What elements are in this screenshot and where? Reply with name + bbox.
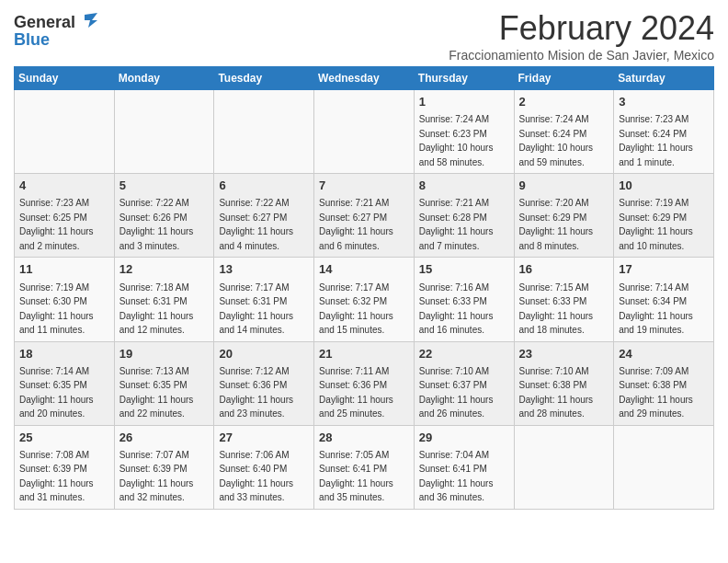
day-info: Sunrise: 7:07 AM Sunset: 6:39 PM Dayligh… <box>119 450 194 503</box>
calendar-week-row: 11Sunrise: 7:19 AM Sunset: 6:30 PM Dayli… <box>15 258 714 341</box>
day-number: 29 <box>419 430 509 446</box>
day-info: Sunrise: 7:05 AM Sunset: 6:41 PM Dayligh… <box>319 450 393 503</box>
day-number: 25 <box>19 430 109 446</box>
calendar-day-cell: 15Sunrise: 7:16 AM Sunset: 6:33 PM Dayli… <box>414 258 514 341</box>
header: General Blue February 2024 Fraccionamien… <box>14 9 714 63</box>
calendar-day-cell: 26Sunrise: 7:07 AM Sunset: 6:39 PM Dayli… <box>114 425 214 509</box>
calendar-day-cell: 10Sunrise: 7:19 AM Sunset: 6:29 PM Dayli… <box>614 174 714 258</box>
calendar-day-cell: 28Sunrise: 7:05 AM Sunset: 6:41 PM Dayli… <box>314 425 415 509</box>
weekday-header-cell: Friday <box>514 67 614 90</box>
calendar-week-row: 4Sunrise: 7:23 AM Sunset: 6:25 PM Daylig… <box>15 174 714 258</box>
day-info: Sunrise: 7:17 AM Sunset: 6:32 PM Dayligh… <box>319 282 393 336</box>
calendar-day-cell: 7Sunrise: 7:21 AM Sunset: 6:27 PM Daylig… <box>314 174 415 258</box>
calendar-day-cell: 5Sunrise: 7:22 AM Sunset: 6:26 PM Daylig… <box>114 174 214 258</box>
day-number: 13 <box>219 261 309 278</box>
day-number: 22 <box>419 346 509 362</box>
calendar-day-cell: 18Sunrise: 7:14 AM Sunset: 6:35 PM Dayli… <box>15 341 115 425</box>
day-number: 19 <box>119 346 210 362</box>
calendar-day-cell <box>15 90 115 174</box>
day-info: Sunrise: 7:15 AM Sunset: 6:33 PM Dayligh… <box>519 282 594 336</box>
day-number: 14 <box>319 261 409 278</box>
day-info: Sunrise: 7:17 AM Sunset: 6:31 PM Dayligh… <box>219 282 293 336</box>
svg-marker-0 <box>85 13 97 28</box>
day-number: 2 <box>519 94 609 110</box>
calendar-day-cell <box>114 90 214 174</box>
calendar-body: 1Sunrise: 7:24 AM Sunset: 6:23 PM Daylig… <box>15 90 714 510</box>
day-info: Sunrise: 7:10 AM Sunset: 6:37 PM Dayligh… <box>419 366 494 419</box>
calendar-day-cell: 16Sunrise: 7:15 AM Sunset: 6:33 PM Dayli… <box>514 258 614 341</box>
calendar-day-cell: 20Sunrise: 7:12 AM Sunset: 6:36 PM Dayli… <box>214 341 314 425</box>
weekday-header-cell: Tuesday <box>214 67 314 90</box>
day-info: Sunrise: 7:10 AM Sunset: 6:38 PM Dayligh… <box>519 366 594 419</box>
calendar-day-cell <box>614 425 714 509</box>
calendar-day-cell: 23Sunrise: 7:10 AM Sunset: 6:38 PM Dayli… <box>514 341 614 425</box>
calendar-day-cell: 25Sunrise: 7:08 AM Sunset: 6:39 PM Dayli… <box>15 425 115 509</box>
logo-general-text: General <box>14 14 75 30</box>
day-number: 8 <box>419 178 509 194</box>
calendar-subtitle: Fraccionamiento Mision de San Javier, Me… <box>449 48 714 63</box>
day-number: 12 <box>119 261 210 278</box>
calendar-day-cell: 19Sunrise: 7:13 AM Sunset: 6:35 PM Dayli… <box>114 341 214 425</box>
day-number: 15 <box>419 261 509 278</box>
day-info: Sunrise: 7:18 AM Sunset: 6:31 PM Dayligh… <box>119 282 194 336</box>
day-number: 11 <box>19 261 109 278</box>
day-number: 20 <box>219 346 309 362</box>
day-info: Sunrise: 7:20 AM Sunset: 6:29 PM Dayligh… <box>519 198 594 251</box>
calendar-week-row: 25Sunrise: 7:08 AM Sunset: 6:39 PM Dayli… <box>15 425 714 509</box>
day-info: Sunrise: 7:11 AM Sunset: 6:36 PM Dayligh… <box>319 366 393 419</box>
calendar-week-row: 1Sunrise: 7:24 AM Sunset: 6:23 PM Daylig… <box>15 90 714 174</box>
day-info: Sunrise: 7:14 AM Sunset: 6:35 PM Dayligh… <box>19 366 94 419</box>
weekday-header-cell: Saturday <box>614 67 714 90</box>
day-info: Sunrise: 7:06 AM Sunset: 6:40 PM Dayligh… <box>219 450 293 503</box>
day-info: Sunrise: 7:19 AM Sunset: 6:30 PM Dayligh… <box>19 282 94 336</box>
day-info: Sunrise: 7:23 AM Sunset: 6:24 PM Dayligh… <box>619 114 693 167</box>
weekday-header-cell: Thursday <box>414 67 514 90</box>
calendar-day-cell: 22Sunrise: 7:10 AM Sunset: 6:37 PM Dayli… <box>414 341 514 425</box>
day-info: Sunrise: 7:16 AM Sunset: 6:33 PM Dayligh… <box>419 282 494 336</box>
day-info: Sunrise: 7:04 AM Sunset: 6:41 PM Dayligh… <box>419 450 494 503</box>
day-number: 6 <box>219 178 309 194</box>
calendar-day-cell <box>314 90 415 174</box>
calendar-day-cell: 3Sunrise: 7:23 AM Sunset: 6:24 PM Daylig… <box>614 90 714 174</box>
day-number: 18 <box>19 346 109 362</box>
logo-bird-icon <box>77 11 97 31</box>
calendar-day-cell: 27Sunrise: 7:06 AM Sunset: 6:40 PM Dayli… <box>214 425 314 509</box>
day-number: 27 <box>219 430 309 446</box>
day-info: Sunrise: 7:21 AM Sunset: 6:27 PM Dayligh… <box>319 198 393 251</box>
calendar-day-cell: 17Sunrise: 7:14 AM Sunset: 6:34 PM Dayli… <box>614 258 714 341</box>
day-number: 16 <box>519 261 609 278</box>
calendar-day-cell <box>214 90 314 174</box>
day-info: Sunrise: 7:19 AM Sunset: 6:29 PM Dayligh… <box>619 198 693 251</box>
calendar-day-cell: 4Sunrise: 7:23 AM Sunset: 6:25 PM Daylig… <box>15 174 115 258</box>
calendar-day-cell: 6Sunrise: 7:22 AM Sunset: 6:27 PM Daylig… <box>214 174 314 258</box>
calendar-day-cell: 24Sunrise: 7:09 AM Sunset: 6:38 PM Dayli… <box>614 341 714 425</box>
calendar-day-cell <box>514 425 614 509</box>
calendar-day-cell: 1Sunrise: 7:24 AM Sunset: 6:23 PM Daylig… <box>414 90 514 174</box>
day-info: Sunrise: 7:22 AM Sunset: 6:27 PM Dayligh… <box>219 198 293 251</box>
day-info: Sunrise: 7:24 AM Sunset: 6:24 PM Dayligh… <box>519 114 594 167</box>
day-info: Sunrise: 7:21 AM Sunset: 6:28 PM Dayligh… <box>419 198 494 251</box>
logo: General Blue <box>14 13 97 48</box>
day-number: 5 <box>119 178 210 194</box>
logo-blue-text: Blue <box>14 31 50 48</box>
day-number: 23 <box>519 346 609 362</box>
day-info: Sunrise: 7:22 AM Sunset: 6:26 PM Dayligh… <box>119 198 194 251</box>
weekday-header-cell: Sunday <box>15 67 115 90</box>
day-number: 28 <box>319 430 409 446</box>
calendar-day-cell: 11Sunrise: 7:19 AM Sunset: 6:30 PM Dayli… <box>15 258 115 341</box>
day-number: 17 <box>619 261 709 278</box>
day-number: 9 <box>519 178 609 194</box>
calendar-day-cell: 2Sunrise: 7:24 AM Sunset: 6:24 PM Daylig… <box>514 90 614 174</box>
calendar-table: SundayMondayTuesdayWednesdayThursdayFrid… <box>14 66 714 510</box>
day-number: 26 <box>119 430 210 446</box>
day-number: 1 <box>419 94 509 110</box>
day-info: Sunrise: 7:08 AM Sunset: 6:39 PM Dayligh… <box>19 450 94 503</box>
title-block: February 2024 Fraccionamiento Mision de … <box>449 9 714 63</box>
day-info: Sunrise: 7:23 AM Sunset: 6:25 PM Dayligh… <box>19 198 94 251</box>
calendar-week-row: 18Sunrise: 7:14 AM Sunset: 6:35 PM Dayli… <box>15 341 714 425</box>
day-info: Sunrise: 7:13 AM Sunset: 6:35 PM Dayligh… <box>119 366 194 419</box>
day-number: 21 <box>319 346 409 362</box>
day-number: 3 <box>619 94 709 110</box>
calendar-day-cell: 13Sunrise: 7:17 AM Sunset: 6:31 PM Dayli… <box>214 258 314 341</box>
calendar-day-cell: 12Sunrise: 7:18 AM Sunset: 6:31 PM Dayli… <box>114 258 214 341</box>
